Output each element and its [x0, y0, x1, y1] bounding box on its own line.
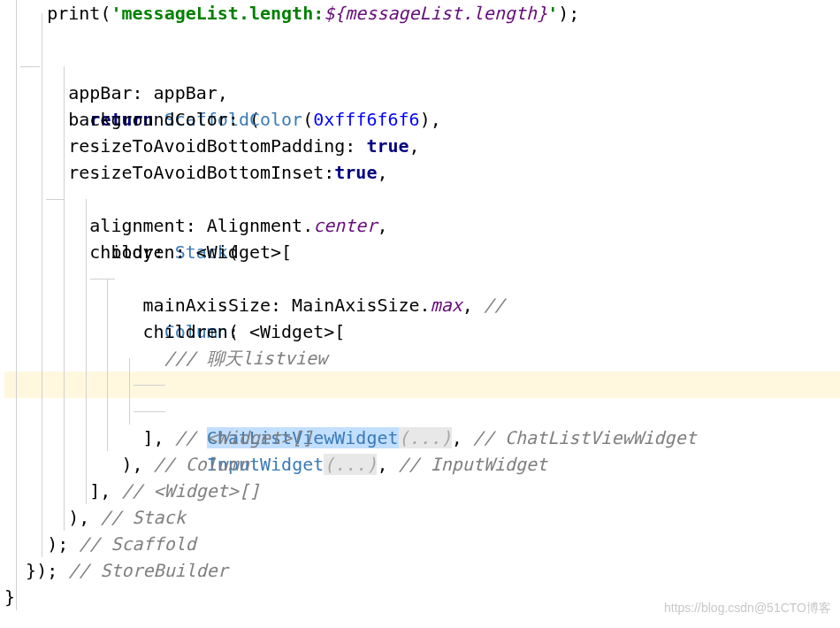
code-line: resizeToAvoidBottomPadding: true, [4, 133, 840, 159]
code-line: children: <Widget>[ [4, 239, 840, 265]
code-line: alignment: Alignment.center, [4, 212, 840, 239]
code-line: appBar: appBar, [4, 80, 840, 106]
code-line: children: <Widget>[ [4, 318, 840, 345]
code-line: ], // <Widget>[] [4, 478, 840, 504]
code-line: resizeToAvoidBottomInset:true, [4, 159, 840, 186]
tree-connector [134, 411, 165, 412]
tree-connector [90, 279, 115, 280]
code-line: }); // StoreBuilder [4, 557, 840, 584]
code-editor[interactable]: print('messageList.length:${messageList.… [0, 0, 840, 610]
code-line: backgroundColor: Color(0xfff6f6f6), [4, 106, 840, 133]
code-line: Column( [4, 265, 840, 292]
code-line [4, 27, 840, 53]
tree-connector [134, 385, 165, 386]
fold-indicator[interactable]: (...) [399, 427, 452, 448]
fold-indicator[interactable]: (...) [324, 454, 377, 475]
code-line: return Scaffold( [4, 53, 840, 80]
watermark-text: https://blog.csdn@51CTO博客 [664, 594, 831, 621]
code-line: /// 聊天listview [4, 345, 840, 371]
code-line: ), // Stack [4, 504, 840, 531]
code-line: mainAxisSize: MainAxisSize.max, // [4, 292, 840, 318]
tree-connector [20, 66, 40, 67]
tree-connector [46, 199, 64, 200]
code-line: print('messageList.length:${messageList.… [4, 0, 840, 27]
code-line: ); // Scaffold [4, 531, 840, 557]
code-line: body: Stack( [4, 186, 840, 212]
